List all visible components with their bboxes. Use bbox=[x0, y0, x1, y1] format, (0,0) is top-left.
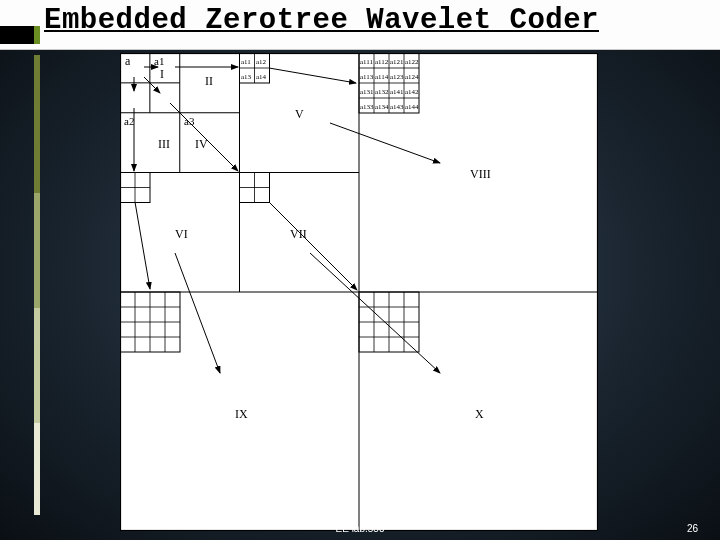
page-number: 26 bbox=[687, 523, 698, 534]
footer-center: EE lab.530 bbox=[336, 523, 385, 534]
label-a3: a3 bbox=[184, 115, 195, 127]
label-a13: a13 bbox=[241, 73, 252, 81]
label-a121: a121 bbox=[390, 58, 404, 66]
label-VI: VI bbox=[175, 227, 188, 241]
label-a142: a142 bbox=[405, 88, 419, 96]
svg-line-49 bbox=[175, 253, 220, 373]
label-a124: a124 bbox=[405, 73, 419, 81]
label-a132: a132 bbox=[375, 88, 389, 96]
accent-color bbox=[34, 26, 40, 44]
svg-line-45 bbox=[269, 68, 356, 83]
accent-strip bbox=[0, 26, 34, 44]
label-a143: a143 bbox=[390, 103, 404, 111]
label-a112: a112 bbox=[375, 58, 389, 66]
label-a122: a122 bbox=[405, 58, 419, 66]
label-a123: a123 bbox=[390, 73, 404, 81]
title-area: Embedded Zerotree Wavelet Coder bbox=[0, 0, 720, 50]
svg-line-47 bbox=[269, 202, 357, 290]
label-IX: IX bbox=[235, 407, 248, 421]
svg-line-50 bbox=[310, 253, 440, 373]
label-V: V bbox=[295, 107, 304, 121]
label-a113: a113 bbox=[360, 73, 374, 81]
label-a1: a1 bbox=[154, 55, 164, 67]
label-a134: a134 bbox=[375, 103, 389, 111]
label-a114: a114 bbox=[375, 73, 389, 81]
label-a133: a133 bbox=[360, 103, 374, 111]
label-VII: VII bbox=[290, 227, 307, 241]
svg-line-41 bbox=[144, 77, 160, 93]
label-a: a bbox=[125, 54, 131, 68]
slide: Embedded Zerotree Wavelet Coder bbox=[0, 0, 720, 540]
label-a111: a111 bbox=[360, 58, 374, 66]
label-X: X bbox=[475, 407, 484, 421]
label-a11: a11 bbox=[241, 58, 251, 66]
label-a14: a14 bbox=[256, 73, 267, 81]
svg-line-46 bbox=[135, 202, 150, 289]
label-a131: a131 bbox=[360, 88, 374, 96]
label-a141: a141 bbox=[390, 88, 404, 96]
label-a2: a2 bbox=[124, 115, 134, 127]
left-accent-rail bbox=[34, 55, 40, 515]
label-I: I bbox=[160, 67, 164, 81]
label-II: II bbox=[205, 74, 213, 88]
label-a144: a144 bbox=[405, 103, 419, 111]
svg-line-48 bbox=[330, 123, 440, 163]
label-VIII: VIII bbox=[470, 167, 491, 181]
label-IV: IV bbox=[195, 137, 208, 151]
wavelet-diagram: a a1 a2 a3 a11 a12 a13 a14 a111 a112 a12… bbox=[120, 53, 598, 531]
slide-title: Embedded Zerotree Wavelet Coder bbox=[44, 4, 599, 37]
label-III: III bbox=[158, 137, 170, 151]
label-a12: a12 bbox=[256, 58, 267, 66]
